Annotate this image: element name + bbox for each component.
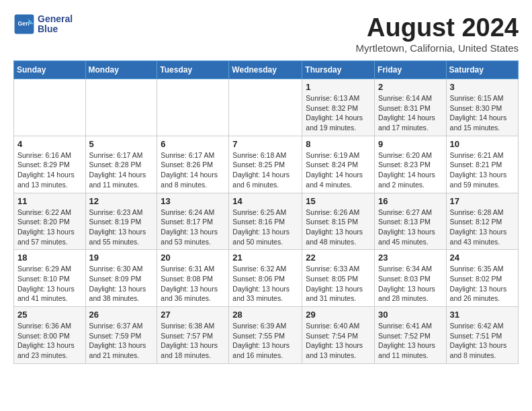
day-number: 22 — [306, 253, 371, 263]
calendar-cell: 21Sunrise: 6:32 AM Sunset: 8:06 PM Dayli… — [229, 250, 302, 307]
calendar-week-1: 1Sunrise: 6:13 AM Sunset: 8:32 PM Daylig… — [14, 79, 519, 136]
day-number: 15 — [306, 196, 371, 206]
day-number: 7 — [232, 139, 298, 149]
calendar-cell: 31Sunrise: 6:42 AM Sunset: 7:51 PM Dayli… — [446, 307, 518, 364]
day-info: Sunrise: 6:18 AM Sunset: 8:25 PM Dayligh… — [232, 150, 298, 190]
calendar-cell: 28Sunrise: 6:39 AM Sunset: 7:55 PM Dayli… — [229, 307, 302, 364]
calendar-cell: 22Sunrise: 6:33 AM Sunset: 8:05 PM Dayli… — [302, 250, 375, 307]
calendar-cell: 14Sunrise: 6:25 AM Sunset: 8:16 PM Dayli… — [229, 193, 302, 250]
day-number: 17 — [450, 196, 515, 206]
day-info: Sunrise: 6:37 AM Sunset: 7:59 PM Dayligh… — [89, 321, 154, 361]
day-info: Sunrise: 6:13 AM Sunset: 8:32 PM Dayligh… — [306, 93, 371, 133]
logo-icon: Gen — [13, 13, 35, 35]
calendar-cell: 17Sunrise: 6:28 AM Sunset: 8:12 PM Dayli… — [446, 193, 518, 250]
day-info: Sunrise: 6:39 AM Sunset: 7:55 PM Dayligh… — [232, 321, 298, 361]
day-info: Sunrise: 6:30 AM Sunset: 8:09 PM Dayligh… — [89, 264, 154, 304]
day-info: Sunrise: 6:26 AM Sunset: 8:15 PM Dayligh… — [306, 208, 371, 247]
day-info: Sunrise: 6:32 AM Sunset: 8:06 PM Dayligh… — [232, 264, 298, 304]
day-number: 29 — [306, 310, 371, 320]
calendar-cell: 5Sunrise: 6:17 AM Sunset: 8:28 PM Daylig… — [85, 136, 157, 193]
day-info: Sunrise: 6:19 AM Sunset: 8:24 PM Dayligh… — [306, 150, 371, 190]
calendar-cell: 11Sunrise: 6:22 AM Sunset: 8:20 PM Dayli… — [14, 193, 86, 250]
calendar-cell: 4Sunrise: 6:16 AM Sunset: 8:29 PM Daylig… — [14, 136, 86, 193]
calendar-cell: 8Sunrise: 6:19 AM Sunset: 8:24 PM Daylig… — [302, 136, 375, 193]
day-number: 2 — [378, 82, 443, 92]
day-info: Sunrise: 6:23 AM Sunset: 8:19 PM Dayligh… — [89, 208, 154, 247]
day-number: 4 — [17, 139, 82, 149]
day-info: Sunrise: 6:33 AM Sunset: 8:05 PM Dayligh… — [306, 264, 371, 304]
header: Gen General Blue August 2024 Myrtletown,… — [13, 13, 519, 54]
day-number: 21 — [232, 253, 298, 263]
logo: Gen General Blue — [13, 13, 73, 35]
weekday-header-saturday: Saturday — [446, 61, 518, 79]
calendar-week-5: 25Sunrise: 6:36 AM Sunset: 8:00 PM Dayli… — [14, 307, 519, 364]
day-info: Sunrise: 6:41 AM Sunset: 7:52 PM Dayligh… — [378, 321, 443, 361]
calendar-cell: 7Sunrise: 6:18 AM Sunset: 8:25 PM Daylig… — [229, 136, 302, 193]
day-info: Sunrise: 6:17 AM Sunset: 8:28 PM Dayligh… — [89, 150, 154, 190]
day-number: 13 — [161, 196, 225, 206]
calendar-cell: 13Sunrise: 6:24 AM Sunset: 8:17 PM Dayli… — [157, 193, 229, 250]
day-info: Sunrise: 6:38 AM Sunset: 7:57 PM Dayligh… — [161, 321, 225, 361]
weekday-header-tuesday: Tuesday — [157, 61, 229, 79]
calendar-cell: 10Sunrise: 6:21 AM Sunset: 8:21 PM Dayli… — [446, 136, 518, 193]
calendar-cell: 6Sunrise: 6:17 AM Sunset: 8:26 PM Daylig… — [157, 136, 229, 193]
day-number: 11 — [17, 196, 82, 206]
calendar-cell: 24Sunrise: 6:35 AM Sunset: 8:02 PM Dayli… — [446, 250, 518, 307]
calendar-cell — [229, 79, 302, 136]
calendar-cell: 27Sunrise: 6:38 AM Sunset: 7:57 PM Dayli… — [157, 307, 229, 364]
calendar-cell — [157, 79, 229, 136]
day-info: Sunrise: 6:36 AM Sunset: 8:00 PM Dayligh… — [17, 321, 82, 361]
day-number: 3 — [450, 82, 515, 92]
calendar-cell: 3Sunrise: 6:15 AM Sunset: 8:30 PM Daylig… — [446, 79, 518, 136]
calendar-cell: 15Sunrise: 6:26 AM Sunset: 8:15 PM Dayli… — [302, 193, 375, 250]
day-number: 27 — [161, 310, 225, 320]
day-number: 5 — [89, 139, 154, 149]
day-info: Sunrise: 6:21 AM Sunset: 8:21 PM Dayligh… — [450, 150, 515, 190]
calendar-week-4: 18Sunrise: 6:29 AM Sunset: 8:10 PM Dayli… — [14, 250, 519, 307]
day-info: Sunrise: 6:22 AM Sunset: 8:20 PM Dayligh… — [17, 208, 82, 247]
day-number: 20 — [161, 253, 225, 263]
day-number: 19 — [89, 253, 154, 263]
day-number: 16 — [378, 196, 443, 206]
svg-text:Gen: Gen — [17, 20, 29, 27]
day-info: Sunrise: 6:42 AM Sunset: 7:51 PM Dayligh… — [450, 321, 515, 361]
day-info: Sunrise: 6:20 AM Sunset: 8:23 PM Dayligh… — [378, 150, 443, 190]
day-number: 25 — [17, 310, 82, 320]
day-info: Sunrise: 6:29 AM Sunset: 8:10 PM Dayligh… — [17, 264, 82, 304]
day-info: Sunrise: 6:24 AM Sunset: 8:17 PM Dayligh… — [161, 208, 225, 247]
calendar-cell: 23Sunrise: 6:34 AM Sunset: 8:03 PM Dayli… — [375, 250, 447, 307]
day-info: Sunrise: 6:25 AM Sunset: 8:16 PM Dayligh… — [232, 208, 298, 247]
day-number: 28 — [232, 310, 298, 320]
day-info: Sunrise: 6:31 AM Sunset: 8:08 PM Dayligh… — [161, 264, 225, 304]
calendar-cell: 1Sunrise: 6:13 AM Sunset: 8:32 PM Daylig… — [302, 79, 375, 136]
day-number: 9 — [378, 139, 443, 149]
weekday-header-thursday: Thursday — [302, 61, 375, 79]
calendar-cell — [14, 79, 86, 136]
day-info: Sunrise: 6:40 AM Sunset: 7:54 PM Dayligh… — [306, 321, 371, 361]
logo-text: General Blue — [38, 14, 73, 35]
calendar-cell: 9Sunrise: 6:20 AM Sunset: 8:23 PM Daylig… — [375, 136, 447, 193]
logo-line1: General — [38, 14, 73, 24]
calendar-week-2: 4Sunrise: 6:16 AM Sunset: 8:29 PM Daylig… — [14, 136, 519, 193]
day-info: Sunrise: 6:34 AM Sunset: 8:03 PM Dayligh… — [378, 264, 443, 304]
day-number: 10 — [450, 139, 515, 149]
page-title: August 2024 — [355, 13, 519, 42]
calendar-cell: 2Sunrise: 6:14 AM Sunset: 8:31 PM Daylig… — [375, 79, 447, 136]
calendar-cell: 12Sunrise: 6:23 AM Sunset: 8:19 PM Dayli… — [85, 193, 157, 250]
calendar-cell: 19Sunrise: 6:30 AM Sunset: 8:09 PM Dayli… — [85, 250, 157, 307]
day-number: 14 — [232, 196, 298, 206]
calendar-cell — [85, 79, 157, 136]
title-area: August 2024 Myrtletown, California, Unit… — [355, 13, 519, 54]
weekday-header-wednesday: Wednesday — [229, 61, 302, 79]
day-info: Sunrise: 6:17 AM Sunset: 8:26 PM Dayligh… — [161, 150, 225, 190]
day-number: 26 — [89, 310, 154, 320]
calendar-cell: 30Sunrise: 6:41 AM Sunset: 7:52 PM Dayli… — [375, 307, 447, 364]
calendar-cell: 16Sunrise: 6:27 AM Sunset: 8:13 PM Dayli… — [375, 193, 447, 250]
weekday-header-monday: Monday — [85, 61, 157, 79]
day-number: 8 — [306, 139, 371, 149]
page-subtitle: Myrtletown, California, United States — [355, 42, 519, 54]
day-info: Sunrise: 6:28 AM Sunset: 8:12 PM Dayligh… — [450, 208, 515, 247]
weekday-header-sunday: Sunday — [14, 61, 86, 79]
calendar-cell: 26Sunrise: 6:37 AM Sunset: 7:59 PM Dayli… — [85, 307, 157, 364]
calendar-cell: 29Sunrise: 6:40 AM Sunset: 7:54 PM Dayli… — [302, 307, 375, 364]
